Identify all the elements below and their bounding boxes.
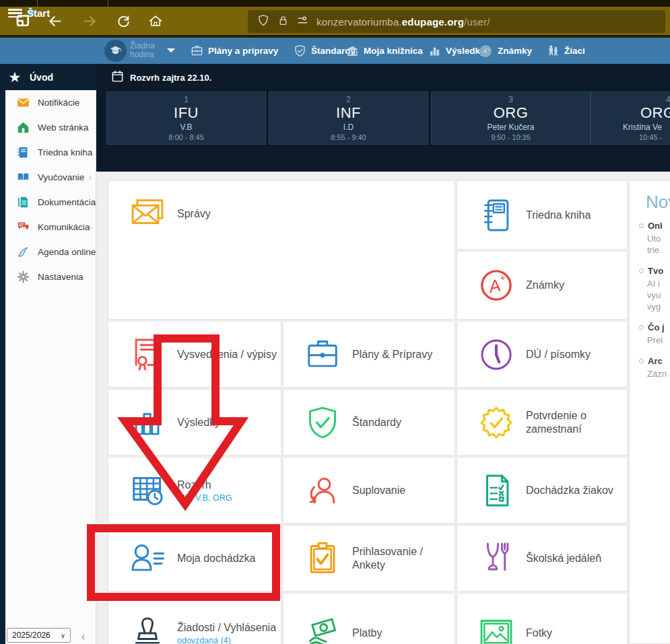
tile-znamky[interactable]: A+Známky (457, 251, 628, 320)
tile-fotky[interactable]: Fotky (457, 593, 628, 644)
tile-suplovanie[interactable]: Suplovanie (283, 457, 455, 524)
tile-du-pisomky[interactable]: DÚ / písomky (457, 321, 628, 388)
home-button[interactable] (145, 11, 166, 31)
current-lesson-label[interactable]: Žiadnahodina (130, 42, 155, 59)
nav-start[interactable]: Štart (27, 0, 50, 26)
tile-label: DÚ / písomky (526, 348, 628, 361)
tile-label: Suplovanie (352, 484, 455, 497)
nav-item-label: Moja knižnica (364, 46, 423, 56)
shield-icon (294, 44, 306, 57)
tile-label: Triedna kniha (526, 209, 628, 222)
sidebar-item-dokumentacia[interactable]: Dokumentácia› (5, 190, 96, 215)
lesson-det: I.D (343, 122, 354, 132)
school-year-value: 2025/2026 (12, 631, 51, 640)
sidebar-item-vyucovanie[interactable]: Vyučovanie› (5, 165, 96, 190)
tracking-protection-shield-icon[interactable] (257, 14, 269, 29)
bullet-icon (639, 359, 644, 363)
lesson-num: 1 (184, 95, 189, 104)
sidebar-item-notifikacie[interactable]: Notifikácie (5, 90, 96, 115)
news-item-title[interactable]: Čo j (639, 322, 670, 332)
lesson-cell-4[interactable]: 4ORGKristína Ve10:45 - (591, 92, 670, 145)
bars-icon (428, 44, 441, 57)
reload-button[interactable] (113, 11, 133, 31)
news-item: Čo jPrel (639, 322, 670, 346)
tile-potvrdenie[interactable]: Potvrdenie o zamestnaní (457, 389, 628, 456)
lesson-num: 4 (591, 95, 670, 104)
tab-separator (108, 0, 108, 7)
timetable-header: Rozvrh zajtra 22.10. (111, 70, 211, 85)
news-item: ArcZázn (639, 356, 670, 380)
nav-item-znamky[interactable]: A+Známky (478, 38, 532, 64)
sidebar-item-agenda-online[interactable]: Agenda online (5, 240, 96, 264)
docs-icon (16, 196, 30, 209)
rosette-icon (477, 404, 515, 441)
sidebar-item-label: Vyučovanie (38, 172, 84, 182)
news-item-title[interactable]: Arc (639, 356, 670, 366)
tile-vysvedcenia[interactable]: Vysvedčenia / výpisy (108, 321, 281, 388)
sidebar-item-nastavenia[interactable]: Nastavenia (5, 264, 96, 289)
people-icon (547, 44, 560, 57)
lock-icon[interactable] (277, 15, 289, 29)
sidebar-item-komunikacia[interactable]: Komunikácia› (5, 215, 96, 240)
tile-spravy[interactable]: Správy (108, 180, 455, 320)
menu-hamburger-icon[interactable] (8, 9, 22, 17)
tile-label: Školská jedáleň (526, 552, 628, 565)
lesson-num: 3 (508, 95, 513, 104)
tile-moja-dochadzka[interactable]: Moja dochádzka (108, 525, 281, 592)
news-panel-title: Nov (646, 192, 670, 213)
sidebar-item-web-stranka[interactable]: Web stránka (5, 115, 96, 140)
lesson-cell-1[interactable]: 1IFUV.B8:00 - 8:45 (106, 92, 266, 145)
lesson-sub: ORG (591, 106, 670, 120)
openbook-icon (16, 171, 30, 184)
svg-text:A: A (482, 48, 487, 55)
checklist-icon (477, 472, 515, 509)
chat-icon (16, 221, 30, 234)
news-item-title[interactable]: Tvo (639, 266, 670, 276)
lesson-cell-3[interactable]: 3ORGPeter Kučera9:50 - 10:35 (431, 92, 591, 145)
tile-label: Plány & Prípravy (352, 348, 455, 361)
briefcase-big-icon (304, 336, 341, 373)
tile-prihlasovanie-ankety[interactable]: Prihlasovanie / Ankety (283, 525, 455, 592)
chevron-down-icon[interactable] (167, 48, 175, 52)
tile-label: Rozvrh (177, 478, 279, 492)
tile-triedna-kniha[interactable]: Triedna kniha (457, 180, 628, 250)
nav-item-moja-kniznica[interactable]: Moja knižnica (346, 38, 423, 64)
nav-item-ziaci[interactable]: Žiaci (547, 38, 585, 64)
notebook-big-icon (477, 197, 515, 234)
lesson-det: Peter Kučera (487, 122, 534, 132)
news-item-title[interactable]: Onl (639, 221, 670, 231)
school-year-select[interactable]: 2025/2026 ∨ (7, 628, 71, 643)
money-icon (304, 615, 341, 644)
pen-icon (16, 246, 30, 258)
nav-item-vysledky[interactable]: Výsledky (428, 38, 485, 64)
tile-rozvrh[interactable]: RozvrhIFU, V.B, ORG (108, 457, 281, 524)
tile-ziadosti[interactable]: Žiadosti / Vyhláseniaodovzdaná (4) (108, 593, 281, 644)
lesson-sub: IFU (174, 106, 199, 120)
news-item-text: Prel (647, 334, 670, 346)
sidebar-collapse-icon[interactable]: ‹ (81, 630, 86, 643)
tile-dochadzka-ziakov[interactable]: Dochádzka žiakov (457, 457, 628, 524)
tile-label: Žiadosti / Vyhlásenia (177, 621, 279, 635)
tile-plany-pripravy[interactable]: Plány & Prípravy (283, 321, 455, 388)
certificate-icon (129, 336, 166, 373)
notebook-icon (16, 146, 30, 159)
nav-item-plany-a-pripravy[interactable]: Plány a prípravy (191, 38, 278, 64)
bullet-icon (639, 325, 644, 330)
sidebar-item-triedna-kniha[interactable]: Triedna kniha (5, 140, 96, 165)
lesson-cell-2[interactable]: 2INFI.D8:55 - 9:40 (269, 92, 428, 145)
timetable-strip: Rozvrh zajtra 22.10. 1IFUV.B8:00 - 8:452… (96, 64, 670, 172)
address-bar[interactable]: konzervatoriumba.edupage.org/user/ (248, 10, 665, 33)
photo-icon (477, 615, 515, 644)
sidebar-item-label: Dokumentácia (38, 197, 96, 207)
nav-item-label: Plány a prípravy (208, 46, 278, 56)
current-lesson-badge[interactable] (104, 40, 127, 62)
forward-button[interactable] (79, 11, 100, 31)
sidebar-active-label: Úvod (30, 72, 53, 83)
tile-standardy[interactable]: Štandardy (283, 389, 455, 456)
sidebar-item-uvod[interactable]: ★ Úvod (0, 64, 96, 90)
permissions-icon[interactable] (297, 15, 308, 29)
tile-platby[interactable]: Platby (283, 593, 455, 644)
tile-skolska-jedalen[interactable]: Školská jedáleň (457, 525, 628, 592)
table-clock-icon (129, 472, 166, 509)
tile-vysledky[interactable]: Výsledky (108, 389, 281, 456)
